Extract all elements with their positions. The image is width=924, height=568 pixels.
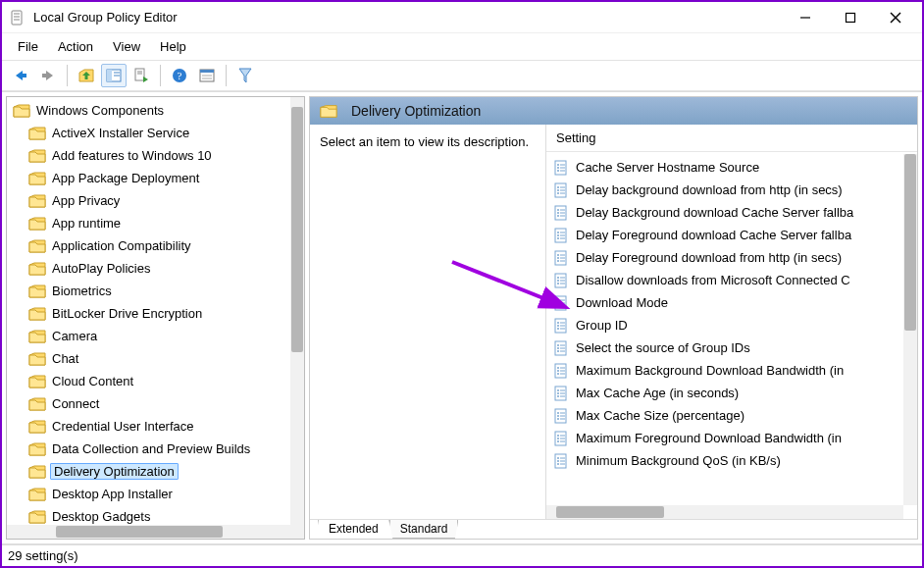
setting-item[interactable]: Delay background download from http (in … <box>552 179 917 201</box>
tree-item[interactable]: Chat <box>9 347 304 370</box>
close-button[interactable] <box>873 3 918 32</box>
setting-item[interactable]: Cache Server Hostname Source <box>552 156 917 179</box>
setting-item[interactable]: Max Cache Size (percentage) <box>552 404 917 427</box>
menu-action[interactable]: Action <box>48 35 103 58</box>
setting-item[interactable]: Delay Foreground download Cache Server f… <box>552 224 917 246</box>
policy-icon <box>552 228 570 243</box>
tree-item[interactable]: Camera <box>9 325 304 347</box>
svg-point-81 <box>557 347 559 349</box>
setting-item[interactable]: Select the source of Group IDs <box>552 336 917 359</box>
svg-point-95 <box>557 392 559 394</box>
tree-item[interactable]: Data Collection and Preview Builds <box>9 438 304 460</box>
policy-icon <box>552 273 570 288</box>
maximize-button[interactable] <box>828 3 873 32</box>
policy-icon <box>552 205 570 221</box>
setting-label: Disallow downloads from Microsoft Connec… <box>576 273 850 287</box>
policy-icon <box>552 408 570 424</box>
main-area: Windows ComponentsActiveX Installer Serv… <box>2 91 922 544</box>
svg-point-67 <box>557 302 559 304</box>
svg-rect-8 <box>22 74 26 77</box>
up-button[interactable] <box>74 64 99 87</box>
tree-item[interactable]: App runtime <box>9 212 304 234</box>
tree-item[interactable]: App Privacy <box>9 189 304 212</box>
settings-column-header[interactable]: Setting <box>546 125 917 152</box>
folder-icon <box>28 509 46 525</box>
svg-point-40 <box>557 215 559 217</box>
filter-button[interactable] <box>232 64 258 87</box>
tree-item[interactable]: Cloud Content <box>9 370 304 392</box>
tree-item[interactable]: Credential User Interface <box>9 415 304 438</box>
properties-button[interactable] <box>194 64 220 87</box>
tree-label: Delivery Optimization <box>50 463 179 480</box>
svg-point-96 <box>557 395 559 397</box>
policy-icon <box>552 160 570 176</box>
folder-icon <box>28 441 46 457</box>
tree-horizontal-scrollbar[interactable] <box>7 525 304 539</box>
tree-item[interactable]: Connect <box>9 392 304 415</box>
forward-button[interactable] <box>35 64 61 87</box>
minimize-button[interactable] <box>783 3 828 32</box>
tab-extended[interactable]: Extended <box>318 520 389 539</box>
tree-item[interactable]: Application Compatibility <box>9 234 304 257</box>
menu-view[interactable]: View <box>103 35 150 58</box>
tree-item[interactable]: Desktop App Installer <box>9 483 304 505</box>
tree-root[interactable]: Windows Components <box>9 99 304 122</box>
tree-label: Credential User Interface <box>50 418 196 435</box>
tree-label: Application Compatibility <box>50 237 193 254</box>
scrollbar-thumb[interactable] <box>291 107 303 352</box>
setting-item[interactable]: Minimum Background QoS (in KB/s) <box>552 449 917 472</box>
tree-item[interactable]: Delivery Optimization <box>9 460 304 483</box>
folder-icon <box>28 126 46 141</box>
tree-item[interactable]: AutoPlay Policies <box>9 257 304 280</box>
setting-label: Maximum Foreground Download Bandwidth (i… <box>576 431 842 445</box>
svg-point-73 <box>557 322 559 324</box>
folder-icon <box>28 238 46 254</box>
status-text: 29 setting(s) <box>8 548 78 563</box>
tab-standard[interactable]: Standard <box>389 520 459 539</box>
show-hide-tree-button[interactable] <box>101 64 127 87</box>
tree-label: App runtime <box>50 215 123 232</box>
menu-file[interactable]: File <box>8 35 48 58</box>
policy-icon <box>552 250 570 266</box>
tree-item[interactable]: ActiveX Installer Service <box>9 122 304 144</box>
scrollbar-thumb[interactable] <box>56 526 223 538</box>
scrollbar-thumb[interactable] <box>904 154 916 331</box>
setting-item[interactable]: Disallow downloads from Microsoft Connec… <box>552 269 917 291</box>
setting-item[interactable]: Maximum Background Download Bandwidth (i… <box>552 359 917 382</box>
svg-point-102 <box>557 415 559 417</box>
svg-point-38 <box>557 209 559 211</box>
setting-item[interactable]: Max Cache Age (in seconds) <box>552 382 917 404</box>
svg-rect-5 <box>847 13 855 22</box>
tree-item[interactable]: BitLocker Drive Encryption <box>9 302 304 325</box>
setting-item[interactable]: Group ID <box>552 314 917 336</box>
tree-label: Chat <box>50 350 80 367</box>
setting-item[interactable]: Download Mode <box>552 291 917 314</box>
export-list-button[interactable] <box>128 64 154 87</box>
setting-item[interactable]: Delay Background download Cache Server f… <box>552 201 917 224</box>
tree-item[interactable]: Biometrics <box>9 280 304 302</box>
folder-icon <box>28 261 46 277</box>
svg-rect-9 <box>42 74 47 77</box>
tree-label: BitLocker Drive Encryption <box>50 305 204 322</box>
svg-point-26 <box>557 170 559 172</box>
tree-label: AutoPlay Policies <box>50 260 152 277</box>
toolbar-separator <box>160 65 161 86</box>
folder-icon <box>13 103 30 119</box>
tree-vertical-scrollbar[interactable] <box>290 97 304 539</box>
tree-label: Data Collection and Preview Builds <box>50 440 252 457</box>
settings-column: Setting Cache Server Hostname SourceDela… <box>545 125 917 519</box>
scrollbar-thumb[interactable] <box>556 506 664 518</box>
help-button[interactable]: ? <box>167 64 192 87</box>
tree-item[interactable]: App Package Deployment <box>9 167 304 189</box>
back-button[interactable] <box>8 64 33 87</box>
tree-item[interactable]: Add features to Windows 10 <box>9 144 304 167</box>
setting-item[interactable]: Maximum Foreground Download Bandwidth (i… <box>552 427 917 449</box>
settings-horizontal-scrollbar[interactable] <box>546 505 903 519</box>
settings-vertical-scrollbar[interactable] <box>903 154 917 505</box>
svg-point-115 <box>557 457 559 459</box>
policy-icon <box>552 182 570 198</box>
svg-rect-14 <box>135 69 144 80</box>
setting-item[interactable]: Delay Foreground download from http (in … <box>552 246 917 269</box>
policy-icon <box>552 318 570 334</box>
menu-help[interactable]: Help <box>150 35 196 58</box>
